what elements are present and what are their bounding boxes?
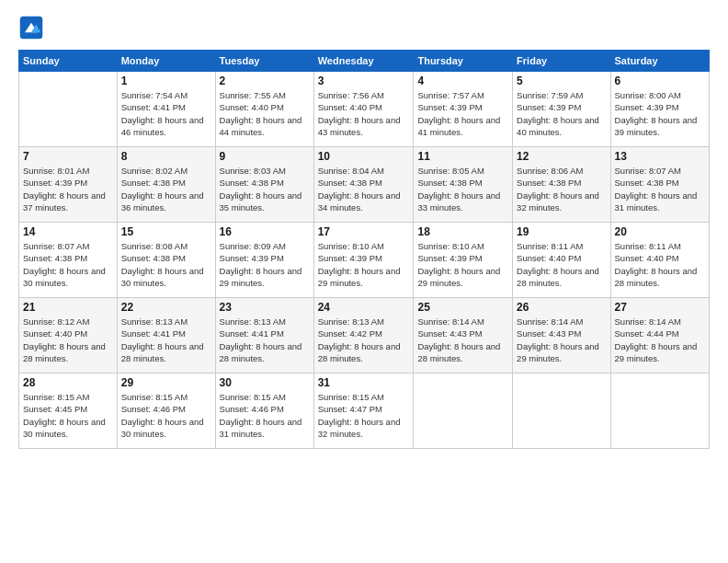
day-detail: Sunrise: 8:14 AMSunset: 4:43 PMDaylight:… [417,316,508,364]
day-detail: Sunrise: 8:00 AMSunset: 4:39 PMDaylight:… [615,89,705,138]
day-detail: Sunrise: 8:14 AMSunset: 4:44 PMDaylight:… [615,316,705,364]
day-detail: Sunrise: 7:56 AMSunset: 4:40 PMDaylight:… [318,89,410,138]
day-number: 16 [220,225,310,238]
day-detail: Sunrise: 8:11 AMSunset: 4:40 PMDaylight:… [615,240,705,289]
day-number: 31 [318,376,410,389]
day-detail: Sunrise: 8:10 AMSunset: 4:39 PMDaylight:… [417,240,508,289]
day-number: 7 [23,150,113,163]
day-number: 19 [517,225,606,238]
day-detail: Sunrise: 7:54 AMSunset: 4:41 PMDaylight:… [121,89,211,138]
day-number: 25 [417,301,508,314]
calendar-cell: 28Sunrise: 8:15 AMSunset: 4:45 PMDayligh… [19,373,118,449]
calendar-cell: 12Sunrise: 8:06 AMSunset: 4:38 PMDayligh… [513,147,610,223]
calendar-cell: 22Sunrise: 8:13 AMSunset: 4:41 PMDayligh… [117,298,215,373]
calendar-cell: 26Sunrise: 8:14 AMSunset: 4:43 PMDayligh… [513,298,610,373]
weekday-header-monday: Monday [117,51,215,72]
day-detail: Sunrise: 8:15 AMSunset: 4:46 PMDaylight:… [220,391,310,440]
day-number: 29 [121,376,211,389]
day-detail: Sunrise: 8:08 AMSunset: 4:38 PMDaylight:… [121,240,211,289]
week-row-3: 14Sunrise: 8:07 AMSunset: 4:38 PMDayligh… [19,223,710,298]
header [18,15,710,40]
day-number: 6 [615,75,705,87]
weekday-header-thursday: Thursday [414,51,513,72]
calendar-cell: 27Sunrise: 8:14 AMSunset: 4:44 PMDayligh… [610,298,709,373]
weekday-header-tuesday: Tuesday [215,51,313,72]
calendar-cell: 9Sunrise: 8:03 AMSunset: 4:38 PMDaylight… [215,147,313,223]
logo [18,15,48,40]
day-number: 9 [220,150,310,163]
calendar-cell: 11Sunrise: 8:05 AMSunset: 4:38 PMDayligh… [414,147,513,223]
day-number: 27 [615,301,705,314]
day-detail: Sunrise: 8:13 AMSunset: 4:41 PMDaylight:… [121,316,211,364]
calendar-cell: 8Sunrise: 8:02 AMSunset: 4:38 PMDaylight… [117,147,215,223]
day-detail: Sunrise: 8:05 AMSunset: 4:38 PMDaylight:… [417,165,508,213]
calendar-cell: 29Sunrise: 8:15 AMSunset: 4:46 PMDayligh… [117,373,215,449]
day-detail: Sunrise: 8:04 AMSunset: 4:38 PMDaylight:… [318,165,410,213]
calendar-table: SundayMondayTuesdayWednesdayThursdayFrid… [18,50,710,449]
calendar-cell: 18Sunrise: 8:10 AMSunset: 4:39 PMDayligh… [414,223,513,298]
day-detail: Sunrise: 7:59 AMSunset: 4:39 PMDaylight:… [517,89,606,138]
day-number: 23 [220,301,310,314]
weekday-header-friday: Friday [513,51,610,72]
calendar-cell: 13Sunrise: 8:07 AMSunset: 4:38 PMDayligh… [610,147,709,223]
calendar-cell: 24Sunrise: 8:13 AMSunset: 4:42 PMDayligh… [313,298,414,373]
weekday-header-saturday: Saturday [610,51,709,72]
calendar-cell [19,72,118,147]
week-row-1: 1Sunrise: 7:54 AMSunset: 4:41 PMDaylight… [19,72,710,147]
calendar-cell: 21Sunrise: 8:12 AMSunset: 4:40 PMDayligh… [19,298,118,373]
day-detail: Sunrise: 8:07 AMSunset: 4:38 PMDaylight:… [23,240,113,289]
day-detail: Sunrise: 8:03 AMSunset: 4:38 PMDaylight:… [220,165,310,213]
day-detail: Sunrise: 8:01 AMSunset: 4:39 PMDaylight:… [23,165,113,213]
calendar-cell: 30Sunrise: 8:15 AMSunset: 4:46 PMDayligh… [215,373,313,449]
calendar-cell: 6Sunrise: 8:00 AMSunset: 4:39 PMDaylight… [610,72,709,147]
day-number: 20 [615,225,705,238]
day-number: 24 [318,301,410,314]
calendar-cell: 23Sunrise: 8:13 AMSunset: 4:41 PMDayligh… [215,298,313,373]
day-number: 14 [23,225,113,238]
week-row-2: 7Sunrise: 8:01 AMSunset: 4:39 PMDaylight… [19,147,710,223]
day-number: 17 [318,225,410,238]
day-detail: Sunrise: 8:15 AMSunset: 4:47 PMDaylight:… [318,391,410,440]
logo-icon [18,15,44,40]
day-detail: Sunrise: 8:13 AMSunset: 4:42 PMDaylight:… [318,316,410,364]
day-detail: Sunrise: 8:12 AMSunset: 4:40 PMDaylight:… [23,316,113,364]
calendar-cell: 19Sunrise: 8:11 AMSunset: 4:40 PMDayligh… [513,223,610,298]
day-number: 5 [517,75,606,87]
calendar-cell [513,373,610,449]
day-detail: Sunrise: 8:11 AMSunset: 4:40 PMDaylight:… [517,240,606,289]
calendar-cell: 3Sunrise: 7:56 AMSunset: 4:40 PMDaylight… [313,72,414,147]
day-detail: Sunrise: 8:06 AMSunset: 4:38 PMDaylight:… [517,165,606,213]
calendar-cell [610,373,709,449]
day-number: 2 [220,75,310,87]
day-number: 12 [517,150,606,163]
calendar-cell: 4Sunrise: 7:57 AMSunset: 4:39 PMDaylight… [414,72,513,147]
day-number: 13 [615,150,705,163]
calendar-cell [414,373,513,449]
day-number: 30 [220,376,310,389]
day-number: 15 [121,225,211,238]
calendar-cell: 1Sunrise: 7:54 AMSunset: 4:41 PMDaylight… [117,72,215,147]
day-number: 22 [121,301,211,314]
day-number: 11 [417,150,508,163]
day-detail: Sunrise: 8:10 AMSunset: 4:39 PMDaylight:… [318,240,410,289]
day-number: 21 [23,301,113,314]
week-row-4: 21Sunrise: 8:12 AMSunset: 4:40 PMDayligh… [19,298,710,373]
day-detail: Sunrise: 7:55 AMSunset: 4:40 PMDaylight:… [220,89,310,138]
calendar-cell: 10Sunrise: 8:04 AMSunset: 4:38 PMDayligh… [313,147,414,223]
day-number: 3 [318,75,410,87]
weekday-header-sunday: Sunday [19,51,118,72]
day-detail: Sunrise: 8:15 AMSunset: 4:46 PMDaylight:… [121,391,211,440]
weekday-header-wednesday: Wednesday [313,51,414,72]
week-row-5: 28Sunrise: 8:15 AMSunset: 4:45 PMDayligh… [19,373,710,449]
calendar-cell: 15Sunrise: 8:08 AMSunset: 4:38 PMDayligh… [117,223,215,298]
day-detail: Sunrise: 7:57 AMSunset: 4:39 PMDaylight:… [417,89,508,138]
day-number: 8 [121,150,211,163]
calendar-cell: 17Sunrise: 8:10 AMSunset: 4:39 PMDayligh… [313,223,414,298]
day-number: 1 [121,75,211,87]
day-number: 18 [417,225,508,238]
calendar-cell: 25Sunrise: 8:14 AMSunset: 4:43 PMDayligh… [414,298,513,373]
day-detail: Sunrise: 8:14 AMSunset: 4:43 PMDaylight:… [517,316,606,364]
weekday-header-row: SundayMondayTuesdayWednesdayThursdayFrid… [19,51,710,72]
day-number: 4 [417,75,508,87]
day-detail: Sunrise: 8:07 AMSunset: 4:38 PMDaylight:… [615,165,705,213]
